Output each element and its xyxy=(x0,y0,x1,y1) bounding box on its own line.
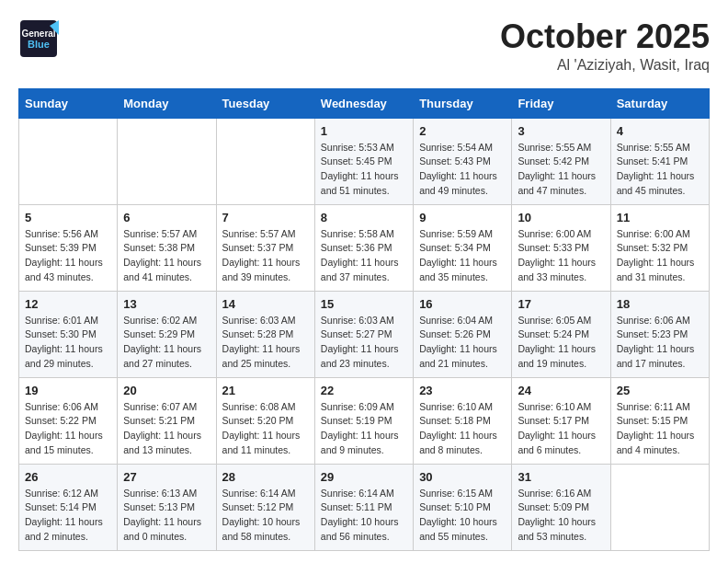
day-number: 11 xyxy=(617,211,703,224)
title-block: October 2025 Al 'Aziziyah, Wasit, Iraq xyxy=(500,18,710,74)
day-number: 1 xyxy=(321,124,407,138)
day-info: Sunrise: 6:00 AMSunset: 5:33 PMDaylight:… xyxy=(518,227,604,285)
day-info: Sunrise: 6:09 AMSunset: 5:19 PMDaylight:… xyxy=(321,400,407,458)
day-info: Sunrise: 6:12 AMSunset: 5:14 PMDaylight:… xyxy=(25,487,111,545)
svg-text:Blue: Blue xyxy=(28,39,50,50)
calendar-cell xyxy=(216,118,314,204)
weekday-header-thursday: Thursday xyxy=(414,88,512,118)
day-info: Sunrise: 6:06 AMSunset: 5:23 PMDaylight:… xyxy=(617,314,703,372)
calendar-cell: 14Sunrise: 6:03 AMSunset: 5:28 PMDayligh… xyxy=(216,291,314,377)
location: Al 'Aziziyah, Wasit, Iraq xyxy=(500,57,710,74)
svg-text:General: General xyxy=(21,29,55,39)
calendar-cell: 6Sunrise: 5:57 AMSunset: 5:38 PMDaylight… xyxy=(118,204,216,291)
calendar-cell: 10Sunrise: 6:00 AMSunset: 5:33 PMDayligh… xyxy=(512,204,610,291)
day-number: 8 xyxy=(321,211,407,224)
day-number: 29 xyxy=(321,470,407,484)
calendar-cell: 19Sunrise: 6:06 AMSunset: 5:22 PMDayligh… xyxy=(19,377,118,464)
day-info: Sunrise: 5:53 AMSunset: 5:45 PMDaylight:… xyxy=(321,141,407,199)
day-info: Sunrise: 5:57 AMSunset: 5:38 PMDaylight:… xyxy=(123,227,210,285)
calendar-cell: 12Sunrise: 6:01 AMSunset: 5:30 PMDayligh… xyxy=(19,291,118,377)
calendar-cell: 7Sunrise: 5:57 AMSunset: 5:37 PMDaylight… xyxy=(216,204,314,291)
day-number: 16 xyxy=(419,297,506,311)
day-number: 10 xyxy=(518,211,604,224)
day-number: 30 xyxy=(419,470,506,484)
day-number: 12 xyxy=(25,297,111,311)
month-title: October 2025 xyxy=(500,18,710,55)
day-number: 24 xyxy=(518,384,604,397)
day-number: 9 xyxy=(419,211,506,224)
day-number: 25 xyxy=(617,384,703,397)
day-number: 21 xyxy=(222,384,309,397)
weekday-header-sunday: Sunday xyxy=(19,88,118,118)
day-info: Sunrise: 6:16 AMSunset: 5:09 PMDaylight:… xyxy=(518,487,604,545)
day-number: 20 xyxy=(123,384,210,397)
weekday-header-monday: Monday xyxy=(118,88,216,118)
day-info: Sunrise: 6:06 AMSunset: 5:22 PMDaylight:… xyxy=(25,400,111,458)
day-info: Sunrise: 6:03 AMSunset: 5:28 PMDaylight:… xyxy=(222,314,309,372)
calendar-cell: 13Sunrise: 6:02 AMSunset: 5:29 PMDayligh… xyxy=(118,291,216,377)
calendar-cell: 5Sunrise: 5:56 AMSunset: 5:39 PMDaylight… xyxy=(19,204,118,291)
day-info: Sunrise: 6:02 AMSunset: 5:29 PMDaylight:… xyxy=(123,314,210,372)
logo-icon: General Blue xyxy=(18,18,59,59)
weekday-header-friday: Friday xyxy=(512,88,610,118)
day-info: Sunrise: 5:57 AMSunset: 5:37 PMDaylight:… xyxy=(222,227,309,285)
calendar-cell: 21Sunrise: 6:08 AMSunset: 5:20 PMDayligh… xyxy=(216,377,314,464)
day-number: 17 xyxy=(518,297,604,311)
day-info: Sunrise: 6:08 AMSunset: 5:20 PMDaylight:… xyxy=(222,400,309,458)
day-number: 18 xyxy=(617,297,703,311)
day-info: Sunrise: 6:15 AMSunset: 5:10 PMDaylight:… xyxy=(419,487,506,545)
calendar-cell: 31Sunrise: 6:16 AMSunset: 5:09 PMDayligh… xyxy=(512,464,610,550)
day-info: Sunrise: 6:00 AMSunset: 5:32 PMDaylight:… xyxy=(617,227,703,285)
calendar-cell: 11Sunrise: 6:00 AMSunset: 5:32 PMDayligh… xyxy=(610,204,709,291)
day-info: Sunrise: 6:14 AMSunset: 5:11 PMDaylight:… xyxy=(321,487,407,545)
calendar-cell: 26Sunrise: 6:12 AMSunset: 5:14 PMDayligh… xyxy=(19,464,118,550)
calendar-week-3: 12Sunrise: 6:01 AMSunset: 5:30 PMDayligh… xyxy=(19,291,710,377)
day-info: Sunrise: 6:07 AMSunset: 5:21 PMDaylight:… xyxy=(123,400,210,458)
day-info: Sunrise: 6:10 AMSunset: 5:18 PMDaylight:… xyxy=(419,400,506,458)
calendar-cell: 2Sunrise: 5:54 AMSunset: 5:43 PMDaylight… xyxy=(414,118,512,204)
day-info: Sunrise: 6:05 AMSunset: 5:24 PMDaylight:… xyxy=(518,314,604,372)
calendar-cell xyxy=(118,118,216,204)
day-info: Sunrise: 5:55 AMSunset: 5:41 PMDaylight:… xyxy=(617,141,703,199)
day-info: Sunrise: 5:59 AMSunset: 5:34 PMDaylight:… xyxy=(419,227,506,285)
day-number: 7 xyxy=(222,211,309,224)
day-number: 2 xyxy=(419,124,506,138)
day-info: Sunrise: 6:03 AMSunset: 5:27 PMDaylight:… xyxy=(321,314,407,372)
calendar-cell: 1Sunrise: 5:53 AMSunset: 5:45 PMDaylight… xyxy=(314,118,413,204)
calendar-cell: 4Sunrise: 5:55 AMSunset: 5:41 PMDaylight… xyxy=(610,118,709,204)
day-number: 27 xyxy=(123,470,210,484)
day-info: Sunrise: 6:10 AMSunset: 5:17 PMDaylight:… xyxy=(518,400,604,458)
day-number: 31 xyxy=(518,470,604,484)
day-info: Sunrise: 5:58 AMSunset: 5:36 PMDaylight:… xyxy=(321,227,407,285)
day-number: 15 xyxy=(321,297,407,311)
weekday-header-row: SundayMondayTuesdayWednesdayThursdayFrid… xyxy=(19,88,710,118)
weekday-header-wednesday: Wednesday xyxy=(314,88,413,118)
day-info: Sunrise: 6:13 AMSunset: 5:13 PMDaylight:… xyxy=(123,487,210,545)
calendar-cell: 25Sunrise: 6:11 AMSunset: 5:15 PMDayligh… xyxy=(610,377,709,464)
day-info: Sunrise: 6:01 AMSunset: 5:30 PMDaylight:… xyxy=(25,314,111,372)
day-info: Sunrise: 6:04 AMSunset: 5:26 PMDaylight:… xyxy=(419,314,506,372)
day-info: Sunrise: 5:55 AMSunset: 5:42 PMDaylight:… xyxy=(518,141,604,199)
calendar-cell xyxy=(610,464,709,550)
day-info: Sunrise: 5:56 AMSunset: 5:39 PMDaylight:… xyxy=(25,227,111,285)
day-number: 23 xyxy=(419,384,506,397)
day-info: Sunrise: 5:54 AMSunset: 5:43 PMDaylight:… xyxy=(419,141,506,199)
calendar-cell: 3Sunrise: 5:55 AMSunset: 5:42 PMDaylight… xyxy=(512,118,610,204)
calendar-cell: 17Sunrise: 6:05 AMSunset: 5:24 PMDayligh… xyxy=(512,291,610,377)
calendar-table: SundayMondayTuesdayWednesdayThursdayFrid… xyxy=(18,88,710,551)
calendar-week-1: 1Sunrise: 5:53 AMSunset: 5:45 PMDaylight… xyxy=(19,118,710,204)
day-number: 19 xyxy=(25,384,111,397)
weekday-header-tuesday: Tuesday xyxy=(216,88,314,118)
calendar-cell: 18Sunrise: 6:06 AMSunset: 5:23 PMDayligh… xyxy=(610,291,709,377)
weekday-header-saturday: Saturday xyxy=(610,88,709,118)
calendar-cell: 22Sunrise: 6:09 AMSunset: 5:19 PMDayligh… xyxy=(314,377,413,464)
day-number: 26 xyxy=(25,470,111,484)
day-number: 14 xyxy=(222,297,309,311)
calendar-cell: 15Sunrise: 6:03 AMSunset: 5:27 PMDayligh… xyxy=(314,291,413,377)
page-header: General Blue October 2025 Al 'Aziziyah, … xyxy=(18,18,710,74)
calendar-week-5: 26Sunrise: 6:12 AMSunset: 5:14 PMDayligh… xyxy=(19,464,710,550)
day-number: 6 xyxy=(123,211,210,224)
day-number: 13 xyxy=(123,297,210,311)
calendar-cell: 9Sunrise: 5:59 AMSunset: 5:34 PMDaylight… xyxy=(414,204,512,291)
calendar-week-2: 5Sunrise: 5:56 AMSunset: 5:39 PMDaylight… xyxy=(19,204,710,291)
